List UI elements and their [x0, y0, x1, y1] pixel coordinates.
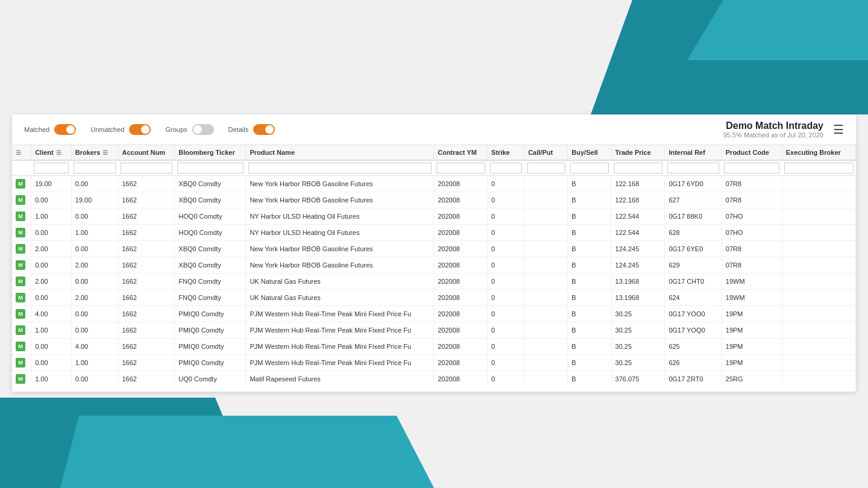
cell-row8-col9: B [568, 306, 611, 322]
cell-row11-col5: PJM Western Hub Real-Time Peak Mini Fixe… [246, 355, 434, 371]
filter-bloomberg-input[interactable] [177, 163, 244, 174]
hamburger-menu-icon[interactable]: ☰ [833, 122, 844, 137]
trades-table: ☰ Client ☰ Brokers ☰ [12, 145, 856, 386]
groups-toggle[interactable] [192, 124, 214, 135]
table-row: M2.000.001662XBQ0 ComdtyNew York Harbor … [12, 241, 856, 257]
cell-row0-col9: B [568, 176, 611, 192]
cell-row11-col10: 30.25 [611, 355, 665, 371]
cell-row8-col5: PJM Western Hub Real-Time Peak Mini Fixe… [246, 306, 434, 322]
th-internal-ref: Internal Ref [665, 145, 722, 160]
cell-row11-col0: M [12, 355, 31, 371]
matched-label: Matched [24, 126, 49, 133]
th-contract-ym: Contract YM [434, 145, 488, 160]
cell-row9-col8 [524, 322, 568, 339]
cell-row7-col11: 624 [665, 290, 722, 306]
cell-row7-col8 [524, 290, 568, 306]
cell-row3-col4: HOQ0 Comdty [175, 225, 246, 241]
cell-row9-col9: B [568, 322, 611, 339]
cell-row10-col8 [524, 339, 568, 355]
filter-brokers-input[interactable] [74, 163, 116, 174]
table-body: M19.000.001662XBQ0 ComdtyNew York Harbor… [12, 176, 856, 387]
cell-row5-col11: 629 [665, 257, 722, 274]
cell-row3-col8 [524, 225, 568, 241]
cell-row10-col2: 4.00 [71, 339, 118, 355]
cell-row6-col5: UK Natural Gas Futures [246, 274, 434, 290]
cell-row1-col13 [782, 192, 855, 208]
cell-row1-col8 [524, 192, 568, 208]
matched-toggle[interactable] [54, 124, 76, 135]
cell-row6-col3: 1662 [118, 274, 175, 290]
brokers-header-label: Brokers [75, 149, 101, 156]
cell-row10-col10: 30.25 [611, 339, 665, 355]
filter-product-name-input[interactable] [248, 163, 432, 174]
filter-trade-price-input[interactable] [614, 163, 662, 174]
toggle-details: Details [228, 124, 275, 135]
brokers-filter-icon[interactable]: ☰ [102, 149, 108, 156]
filter-callput-input[interactable] [527, 163, 565, 174]
filter-strike-input[interactable] [490, 163, 522, 174]
filter-product-name-cell [246, 160, 434, 176]
filter-executing-broker-input[interactable] [784, 163, 853, 174]
cell-row9-col10: 30.25 [611, 322, 665, 339]
filter-client-input[interactable] [34, 163, 69, 174]
filter-buysell-input[interactable] [570, 163, 609, 174]
cell-row0-col3: 1662 [118, 176, 175, 192]
teal-decoration-bottom-center [60, 416, 434, 488]
cell-row7-col2: 2.00 [71, 290, 118, 306]
cell-row4-col12: 07R8 [722, 241, 782, 257]
toggle-groups: Groups [165, 124, 213, 135]
filter-product-code-input[interactable] [724, 163, 779, 174]
th-call-put: Call/Put [524, 145, 568, 160]
cell-row7-col5: UK Natural Gas Futures [246, 290, 434, 306]
cell-row9-col2: 0.00 [71, 322, 118, 339]
cell-row2-col3: 1662 [118, 208, 175, 225]
unmatched-toggle[interactable] [129, 124, 151, 135]
cell-row3-col11: 628 [665, 225, 722, 241]
cell-row3-col13 [782, 225, 855, 241]
table-row: M1.000.001662PMIQ0 ComdtyPJM Western Hub… [12, 322, 856, 339]
badge-filter-icon[interactable]: ☰ [16, 149, 21, 156]
cell-row11-col13 [782, 355, 855, 371]
cell-row7-col10: 13.1968 [611, 290, 665, 306]
cell-row5-col5: New York Harbor RBOB Gasoline Futures [246, 257, 434, 274]
cell-row2-col5: NY Harbor ULSD Heating Oil Futures [246, 208, 434, 225]
cell-row9-col0: M [12, 322, 31, 339]
cell-row2-col4: HOQ0 Comdty [175, 208, 246, 225]
title-block: Demo Match Intraday 95.5% Matched as of … [723, 120, 823, 139]
cell-row9-col12: 19PM [722, 322, 782, 339]
cell-row7-col13 [782, 290, 855, 306]
client-filter-icon[interactable]: ☰ [56, 149, 61, 156]
cell-row0-col10: 122.168 [611, 176, 665, 192]
cell-row9-col11: 0G17 YOQ0 [665, 322, 722, 339]
filter-internal-ref-input[interactable] [667, 163, 719, 174]
cell-row10-col5: PJM Western Hub Real-Time Peak Mini Fixe… [246, 339, 434, 355]
cell-row1-col4: XBQ0 Comdty [175, 192, 246, 208]
cell-row7-col12: 19WM [722, 290, 782, 306]
filter-contract-input[interactable] [436, 163, 485, 174]
cell-row12-col2: 0.00 [71, 371, 118, 387]
th-client: Client ☰ [31, 145, 72, 160]
cell-row12-col11: 0G17 ZRT0 [665, 371, 722, 387]
table-row: M2.000.001662FNQ0 ComdtyUK Natural Gas F… [12, 274, 856, 290]
details-toggle[interactable] [253, 124, 275, 135]
filter-client-cell [31, 160, 72, 176]
product-code-header-label: Product Code [726, 149, 769, 156]
cell-row11-col12: 19PM [722, 355, 782, 371]
header-bar: Matched Unmatched Groups Details Demo Ma… [12, 114, 856, 145]
cell-row10-col11: 625 [665, 339, 722, 355]
match-badge: M [16, 358, 25, 368]
table-row: M0.001.001662HOQ0 ComdtyNY Harbor ULSD H… [12, 225, 856, 241]
cell-row3-col1: 0.00 [31, 225, 72, 241]
table-row: M0.001.001662PMIQ0 ComdtyPJM Western Hub… [12, 355, 856, 371]
main-panel: Matched Unmatched Groups Details Demo Ma… [12, 114, 856, 392]
cell-row2-col12: 07HO [722, 208, 782, 225]
cell-row5-col13 [782, 257, 855, 274]
filter-account-input[interactable] [121, 163, 172, 174]
strike-header-label: Strike [491, 149, 510, 156]
cell-row2-col6: 202008 [434, 208, 488, 225]
cell-row9-col6: 202008 [434, 322, 488, 339]
table-row: M0.0019.001662XBQ0 ComdtyNew York Harbor… [12, 192, 856, 208]
cell-row3-col10: 122.544 [611, 225, 665, 241]
cell-row12-col13 [782, 371, 855, 387]
cell-row9-col5: PJM Western Hub Real-Time Peak Mini Fixe… [246, 322, 434, 339]
